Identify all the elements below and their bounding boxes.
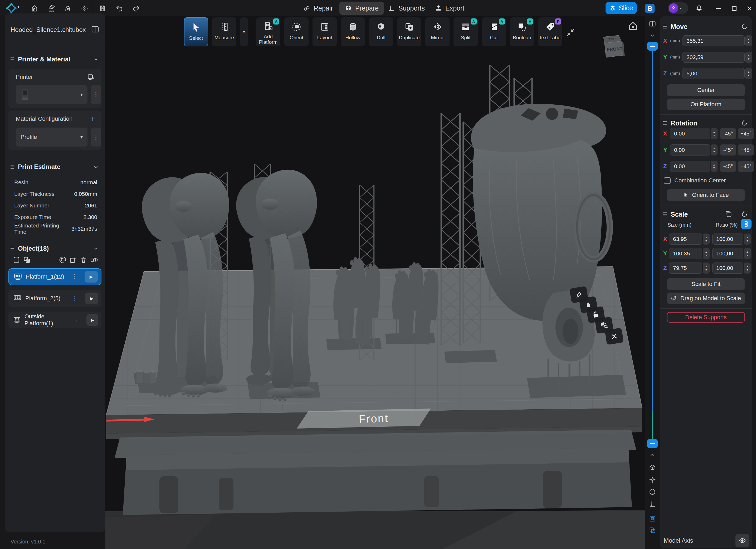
rotation-x-stepper[interactable]: ▲▼ (711, 128, 718, 139)
shading-sphere-icon[interactable] (648, 488, 657, 496)
viewport-3d[interactable]: Front (105, 16, 645, 549)
tab-repair[interactable]: Repair (298, 2, 338, 15)
add-platform-small-icon[interactable] (69, 256, 77, 264)
scale-x-ratio-input[interactable]: 100,00 (712, 234, 743, 245)
printer-select[interactable]: ▾ (16, 85, 87, 104)
combination-center-checkbox[interactable] (664, 177, 671, 184)
home-icon[interactable] (29, 3, 39, 13)
rotation-y-stepper[interactable]: ▲▼ (711, 144, 718, 156)
scale-x-ratio-stepper[interactable]: ▲▼ (744, 234, 751, 245)
chevron-down-icon[interactable] (92, 245, 99, 252)
printer-options-button[interactable]: ⋮ (91, 85, 101, 104)
delete-object-icon[interactable] (80, 256, 87, 264)
scale-y-size-input[interactable]: 100,35 (669, 248, 702, 259)
supports-view-icon[interactable] (648, 500, 657, 508)
reset-icon[interactable] (741, 211, 748, 218)
chevron-down-icon[interactable] (648, 31, 657, 40)
save-icon[interactable] (97, 3, 108, 13)
orient-to-face-button[interactable]: Orient to Face (667, 189, 745, 201)
add-printer-icon[interactable] (87, 73, 95, 81)
scale-z-ratio-input[interactable]: 100,00 (712, 263, 743, 274)
clip-slider-handle-top[interactable] (647, 42, 658, 51)
split-tool-button[interactable]: A Split (453, 17, 478, 46)
reset-icon[interactable] (741, 23, 748, 30)
tab-supports[interactable]: Supports (383, 2, 430, 15)
add-material-icon[interactable]: + (90, 114, 95, 123)
rotate-z-plus45-button[interactable]: +45° (738, 161, 754, 172)
add-platform-tool-button[interactable]: A Add Platform (256, 17, 280, 46)
move-x-input[interactable]: 355,31 (682, 35, 745, 46)
measure-tool-button[interactable]: Measure (212, 17, 236, 46)
item-expand-button[interactable]: ▶ (85, 271, 98, 283)
move-z-input[interactable]: 5,00 (682, 68, 745, 79)
tab-export[interactable]: Export (430, 2, 470, 15)
center-button[interactable]: Center (667, 84, 745, 96)
clip-slider-track-upper[interactable] (652, 46, 653, 428)
close-button[interactable] (746, 5, 753, 12)
app-logo-icon[interactable] (5, 2, 17, 14)
profile-options-button[interactable]: ⋮ (91, 128, 101, 147)
rotate-z-minus45-button[interactable]: -45° (720, 161, 736, 172)
rotation-z-stepper[interactable]: ▲▼ (711, 161, 718, 172)
collapse-panel-icon[interactable] (91, 25, 99, 33)
chevron-up-icon[interactable] (648, 451, 657, 459)
printer-material-header[interactable]: Printer & Material (5, 53, 105, 66)
rotation-x-input[interactable]: 0,00 (670, 128, 710, 139)
orbit-gizmo-icon[interactable] (648, 475, 657, 484)
object-item-outside-platform[interactable]: Outside Platform(1) ⋮ ▶ (8, 312, 101, 328)
duplicate-tool-button[interactable]: Duplicate (397, 17, 421, 46)
mirror-tool-button[interactable]: Mirror (425, 17, 450, 46)
rotate-x-minus45-button[interactable]: -45° (720, 128, 736, 139)
measure-dropdown-button[interactable]: ▾ (240, 17, 248, 46)
rotation-z-input[interactable]: 0,00 (670, 161, 710, 172)
reset-icon[interactable] (741, 119, 748, 127)
toggle-right-panel-icon[interactable] (648, 20, 657, 28)
copy-scale-icon[interactable] (725, 211, 732, 218)
model-stub-cylinders[interactable] (136, 370, 156, 383)
scale-x-size-input[interactable]: 63,95 (669, 234, 702, 245)
brand-b-logo[interactable]: B (645, 4, 655, 13)
move-y-input[interactable]: 202,59 (682, 52, 745, 63)
scale-x-size-stepper[interactable]: ▲▼ (703, 234, 710, 245)
duplicate-view-icon[interactable] (648, 526, 657, 535)
scale-z-size-input[interactable]: 79,75 (669, 263, 702, 274)
item-kebab-icon[interactable]: ⋮ (72, 295, 78, 302)
maximize-button[interactable] (730, 5, 738, 12)
scale-y-size-stepper[interactable]: ▲▼ (703, 248, 710, 259)
move-x-stepper[interactable]: ▲▼ (745, 35, 752, 46)
collapse-toolbar-icon[interactable] (565, 27, 575, 37)
rotate-y-plus45-button[interactable]: +45° (738, 144, 754, 156)
chevron-down-icon[interactable] (92, 163, 99, 170)
clip-slider-handle-bottom[interactable] (647, 439, 658, 448)
scale-z-size-stepper[interactable]: ▲▼ (703, 263, 710, 274)
hooded-model-icon[interactable] (63, 3, 73, 13)
link-ratio-toggle[interactable] (741, 219, 752, 229)
hollow-tool-button[interactable]: Hollow (341, 17, 365, 46)
object-item-platform-2[interactable]: Platform_2(5) ⋮ ▶ (8, 290, 101, 307)
redo-icon[interactable] (131, 3, 141, 13)
item-expand-button[interactable]: ▶ (86, 314, 98, 326)
profile-select[interactable]: Profile ▾ (16, 128, 87, 147)
dots-pattern-icon[interactable] (80, 3, 90, 13)
model-axis-visibility-button[interactable] (735, 534, 749, 547)
visibility-filter-icon[interactable] (90, 256, 98, 264)
delete-supports-button[interactable]: Delete Supports (667, 312, 745, 323)
item-k ebab-icon[interactable]: ⋮ (73, 317, 79, 323)
clip-cube-icon[interactable] (648, 463, 657, 472)
select-all-icon[interactable] (13, 256, 21, 264)
scale-y-ratio-input[interactable]: 100,00 (712, 248, 743, 259)
drill-tool-button[interactable]: Drill (369, 17, 393, 46)
rotation-y-input[interactable]: 0,00 (670, 144, 710, 156)
copy-objects-icon[interactable] (23, 256, 31, 264)
print-estimate-header[interactable]: Print Estimate (5, 161, 105, 173)
rwa-plugin-icon[interactable]: RWA (47, 3, 57, 13)
palette-icon[interactable] (59, 256, 67, 264)
scale-z-ratio-stepper[interactable]: ▲▼ (744, 263, 751, 274)
layout-tool-button[interactable]: Layout (313, 17, 337, 46)
cut-tool-button[interactable]: A Cut (482, 17, 506, 46)
rotate-x-plus45-button[interactable]: +45° (738, 128, 754, 139)
on-platform-button[interactable]: On Platform (667, 99, 745, 110)
combination-center-row[interactable]: Combination Center (664, 177, 726, 184)
tab-prepare[interactable]: Prepare (339, 2, 384, 15)
item-expand-button[interactable]: ▶ (85, 293, 98, 304)
